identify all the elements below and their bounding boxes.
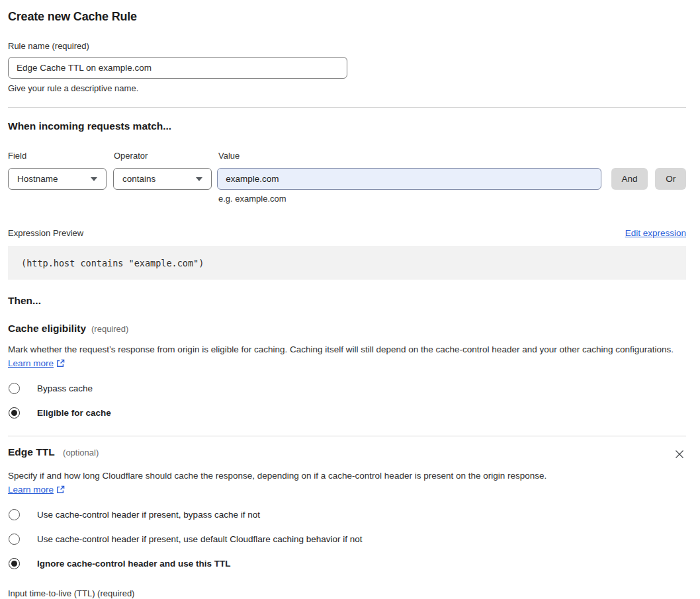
close-icon <box>674 449 685 459</box>
radio-label: Use cache-control header if present, byp… <box>37 510 260 520</box>
section-divider <box>8 436 686 436</box>
cache-eligibility-learn-more-link[interactable]: Learn more <box>8 358 54 368</box>
value-example-hint: e.g. example.com <box>218 194 686 204</box>
radio-bypass-cache[interactable]: Bypass cache <box>8 383 686 394</box>
rule-name-label: Rule name (required) <box>8 41 686 51</box>
cache-eligibility-heading: Cache eligibility <box>8 323 86 335</box>
match-labels-row: Field Operator Value <box>8 151 686 161</box>
create-cache-rule-form: Create new Cache Rule Rule name (require… <box>0 0 700 599</box>
page-title: Create new Cache Rule <box>8 10 686 24</box>
edge-ttl-description-text: Specify if and how long Cloudflare shoul… <box>8 471 547 481</box>
radio-circle-unchecked <box>9 383 20 394</box>
radio-label: Eligible for cache <box>37 408 111 418</box>
external-link-icon <box>56 485 65 494</box>
radio-label: Bypass cache <box>37 383 93 393</box>
then-heading: Then... <box>8 295 686 307</box>
edge-ttl-heading: Edge TTL <box>8 446 55 458</box>
cache-eligibility-description-text: Mark whether the request’s response from… <box>8 344 674 354</box>
operator-select-value: contains <box>122 174 155 184</box>
edit-expression-link[interactable]: Edit expression <box>625 228 686 238</box>
expression-preview-label: Expression Preview <box>8 228 83 238</box>
close-edge-ttl-button[interactable] <box>673 448 686 463</box>
cache-eligibility-description: Mark whether the request’s response from… <box>8 342 686 370</box>
cache-eligibility-heading-row: Cache eligibility (required) <box>8 323 686 335</box>
cache-eligibility-required-note: (required) <box>91 324 128 334</box>
field-select-value: Hostname <box>17 174 58 184</box>
field-select[interactable]: Hostname <box>8 168 107 190</box>
radio-circle-checked <box>9 558 20 569</box>
chevron-down-icon <box>196 177 202 181</box>
expression-preview-row: Expression Preview Edit expression <box>8 228 686 238</box>
edge-ttl-optional-note: (optional) <box>63 448 99 458</box>
match-section-heading: When incoming requests match... <box>8 120 686 132</box>
radio-ignore-header-use-ttl[interactable]: Ignore cache-control header and use this… <box>8 558 686 569</box>
expression-code-block: (http.host contains "example.com") <box>8 246 686 280</box>
ttl-label: Input time-to-live (TTL) (required) <box>8 588 686 598</box>
external-link-icon <box>56 359 65 368</box>
operator-label: Operator <box>114 151 218 161</box>
radio-label: Ignore cache-control header and use this… <box>37 559 231 569</box>
value-input[interactable] <box>217 168 601 190</box>
radio-eligible-for-cache[interactable]: Eligible for cache <box>8 407 686 419</box>
section-divider <box>8 107 686 108</box>
radio-use-header-default[interactable]: Use cache-control header if present, use… <box>8 534 686 545</box>
value-label: Value <box>218 151 240 161</box>
radio-label: Use cache-control header if present, use… <box>37 534 363 544</box>
radio-circle-checked <box>9 407 20 419</box>
and-button[interactable]: And <box>611 168 648 190</box>
rule-name-help: Give your rule a descriptive name. <box>8 83 686 93</box>
edge-ttl-heading-row: Edge TTL (optional) <box>8 446 686 463</box>
edge-ttl-description: Specify if and how long Cloudflare shoul… <box>8 469 558 497</box>
chevron-down-icon <box>91 177 97 181</box>
expression-code: (http.host contains "example.com") <box>21 258 204 268</box>
or-button[interactable]: Or <box>655 168 686 190</box>
match-controls-row: Hostname contains And Or <box>8 168 686 190</box>
rule-name-input[interactable] <box>8 57 347 79</box>
radio-circle-unchecked <box>9 509 20 520</box>
radio-circle-unchecked <box>9 534 20 545</box>
field-label: Field <box>8 151 114 161</box>
edge-ttl-learn-more-link[interactable]: Learn more <box>8 485 54 495</box>
operator-select[interactable]: contains <box>113 168 212 190</box>
radio-use-header-bypass[interactable]: Use cache-control header if present, byp… <box>8 509 686 520</box>
